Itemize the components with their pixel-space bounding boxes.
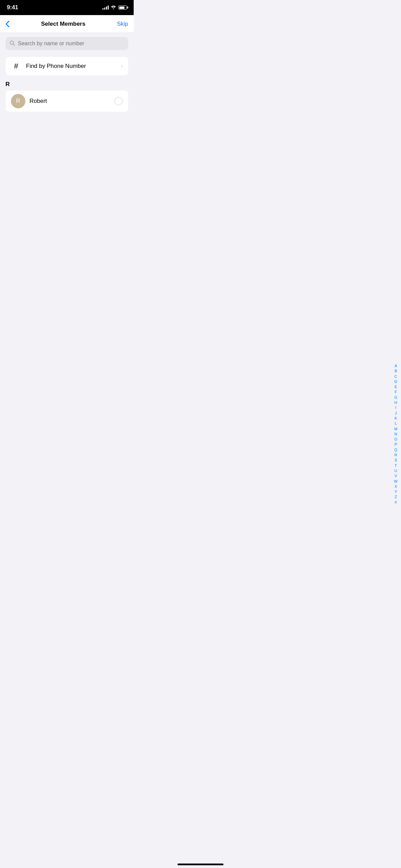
svg-line-1 — [13, 44, 15, 45]
search-input[interactable] — [18, 40, 124, 47]
battery-icon — [118, 5, 127, 10]
status-icons — [102, 5, 127, 10]
status-time: 9:41 — [7, 4, 18, 11]
wifi-icon — [111, 5, 116, 10]
search-container — [0, 33, 134, 54]
hash-icon: # — [11, 62, 21, 71]
search-icon — [10, 40, 15, 47]
page-title: Select Members — [41, 21, 85, 27]
find-by-phone-row[interactable]: # Find by Phone Number › — [5, 57, 128, 75]
avatar-robert: R — [11, 94, 25, 108]
skip-button[interactable]: Skip — [117, 21, 128, 27]
signal-bars-icon — [102, 5, 109, 10]
contact-name-robert: Robert — [29, 98, 110, 105]
contact-select-radio-robert[interactable] — [114, 97, 123, 105]
contact-row-robert[interactable]: R Robert — [5, 91, 128, 112]
chevron-right-icon: › — [121, 63, 123, 69]
section-letter-r: R — [0, 78, 134, 89]
find-by-phone-section: # Find by Phone Number › — [5, 57, 128, 75]
status-bar: 9:41 — [0, 0, 134, 15]
section-r: R R Robert — [0, 78, 134, 112]
search-bar[interactable] — [5, 37, 128, 50]
find-by-phone-label: Find by Phone Number — [26, 63, 116, 70]
contact-section-r: R Robert — [5, 91, 128, 112]
nav-header: Select Members Skip — [0, 15, 134, 33]
back-button[interactable] — [5, 18, 10, 30]
